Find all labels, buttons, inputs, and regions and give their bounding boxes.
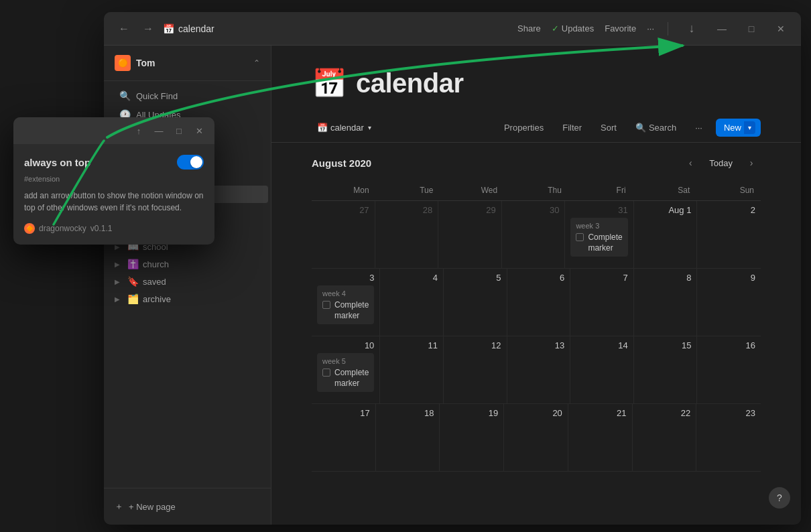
ext-description: add an arrow/button to show the notion w… bbox=[24, 190, 204, 214]
ext-maximize-button[interactable]: □ bbox=[170, 122, 188, 139]
week4-marker: marker bbox=[322, 311, 369, 320]
breadcrumb-icon: 📅 bbox=[163, 23, 174, 34]
calendar-week-1: 27 28 29 30 31 week 3 bbox=[312, 201, 761, 269]
task-checkbox[interactable] bbox=[322, 369, 330, 377]
cal-cell-aug8[interactable]: 8 bbox=[634, 269, 698, 336]
filter-button[interactable]: Filter bbox=[557, 120, 587, 135]
sidebar-item-church[interactable]: ▶ ✝️ church bbox=[107, 255, 268, 273]
cal-cell-aug20[interactable]: 20 bbox=[504, 404, 568, 471]
week3-task: Complete bbox=[576, 232, 622, 242]
calendar-nav: August 2020 ‹ Today › bbox=[312, 143, 761, 180]
forward-button[interactable]: → bbox=[139, 19, 158, 38]
cal-cell-aug18[interactable]: 18 bbox=[376, 404, 440, 471]
close-button[interactable]: ✕ bbox=[771, 19, 790, 38]
cal-cell-aug23[interactable]: 23 bbox=[696, 404, 761, 471]
cal-cell-aug16[interactable]: 16 bbox=[697, 336, 761, 403]
new-button[interactable]: New ▾ bbox=[716, 119, 761, 137]
cal-cell-aug1[interactable]: Aug 1 bbox=[634, 201, 698, 268]
cal-cell-aug15[interactable]: 15 bbox=[634, 336, 698, 403]
plus-icon: ＋ bbox=[115, 501, 123, 513]
minimize-button[interactable]: — bbox=[712, 19, 731, 38]
calendar-month-label: August 2020 bbox=[312, 157, 371, 169]
calendar-week-2: 3 week 4 Complete marker 4 bbox=[312, 269, 761, 336]
sidebar-item-archive[interactable]: ▶ 🗂️ archive bbox=[107, 290, 268, 308]
page-title-row: 📅 calendar bbox=[312, 67, 761, 100]
search-button[interactable]: 🔍 Search bbox=[630, 120, 682, 135]
new-page-button[interactable]: ＋ + New page bbox=[115, 496, 260, 517]
day-header-thu: Thu bbox=[504, 180, 568, 200]
cal-cell-jul30[interactable]: 30 bbox=[502, 201, 566, 268]
toggle-knob bbox=[190, 156, 202, 168]
calendar-grid: Mon Tue Wed Thu Fri Sat Sun bbox=[312, 180, 761, 201]
page-content: 📅 calendar 📅 calendar ▾ Properties Filte… bbox=[271, 46, 801, 525]
back-button[interactable]: ← bbox=[115, 19, 133, 38]
cal-cell-aug12[interactable]: 12 bbox=[444, 336, 507, 403]
prev-month-button[interactable]: ‹ bbox=[681, 153, 700, 172]
ext-close-button[interactable]: ✕ bbox=[190, 122, 208, 139]
day-header-mon: Mon bbox=[312, 180, 376, 200]
view-selector[interactable]: 📅 calendar ▾ bbox=[312, 120, 377, 135]
cal-cell-aug6[interactable]: 6 bbox=[507, 269, 571, 336]
title-bar-nav: ← → 📅 calendar bbox=[115, 19, 517, 38]
download-button[interactable]: ↓ bbox=[682, 19, 702, 39]
cal-cell-aug3[interactable]: 3 week 4 Complete marker bbox=[312, 269, 380, 336]
sidebar-item-quick-find[interactable]: 🔍 Quick Find bbox=[108, 86, 267, 105]
new-btn-chevron-icon[interactable]: ▾ bbox=[744, 121, 755, 134]
cal-cell-aug4[interactable]: 4 bbox=[380, 269, 444, 336]
author-version: v0.1.1 bbox=[90, 224, 113, 233]
cal-cell-jul27[interactable]: 27 bbox=[312, 201, 375, 268]
calendar-week-3: 10 week 5 Complete marker 11 bbox=[312, 336, 761, 404]
workspace-chevron-icon: ⌃ bbox=[253, 58, 260, 68]
ext-author: 🔶 dragonwocky v0.1.1 bbox=[24, 223, 204, 234]
always-on-top-toggle[interactable] bbox=[177, 155, 204, 170]
cal-cell-aug13[interactable]: 13 bbox=[507, 336, 571, 403]
calendar-nav-buttons: ‹ Today › bbox=[681, 153, 761, 172]
cal-cell-jul31[interactable]: 31 week 3 Complete marker bbox=[565, 201, 633, 268]
sidebar-header[interactable]: 🟠 Tom ⌃ bbox=[104, 46, 271, 81]
cal-cell-aug11[interactable]: 11 bbox=[380, 336, 444, 403]
search-icon: 🔍 bbox=[119, 90, 131, 101]
share-button[interactable]: Share bbox=[517, 23, 541, 34]
updates-button[interactable]: Updates bbox=[552, 23, 594, 34]
cal-cell-aug17[interactable]: 17 bbox=[312, 404, 376, 471]
day-header-tue: Tue bbox=[376, 180, 440, 200]
search-icon: 🔍 bbox=[635, 123, 646, 133]
cal-cell-aug22[interactable]: 22 bbox=[633, 404, 697, 471]
properties-button[interactable]: Properties bbox=[499, 120, 549, 135]
week5-task: Complete bbox=[322, 368, 369, 377]
help-button[interactable]: ? bbox=[769, 487, 790, 509]
author-icon: 🔶 bbox=[24, 223, 35, 234]
ext-titlebar: ↑ — □ ✕ bbox=[13, 117, 214, 144]
ext-minimize-button[interactable]: — bbox=[150, 122, 168, 139]
sort-button[interactable]: Sort bbox=[595, 120, 622, 135]
next-month-button[interactable]: › bbox=[742, 153, 761, 172]
week5-event: week 5 Complete marker bbox=[317, 353, 374, 392]
view-icon: 📅 bbox=[317, 123, 328, 133]
cal-cell-jul29[interactable]: 29 bbox=[438, 201, 502, 268]
today-button[interactable]: Today bbox=[702, 155, 739, 171]
collapse-icon: ▶ bbox=[115, 261, 123, 268]
cal-cell-aug5[interactable]: 5 bbox=[444, 269, 507, 336]
favorite-button[interactable]: Favorite bbox=[605, 23, 636, 34]
task-checkbox[interactable] bbox=[576, 233, 584, 241]
ext-up-button[interactable]: ↑ bbox=[130, 122, 147, 139]
sidebar-item-saved[interactable]: ▶ 🔖 saved bbox=[107, 273, 268, 290]
day-header-wed: Wed bbox=[440, 180, 504, 200]
title-bar: ← → 📅 calendar Share Updates Favorite ··… bbox=[104, 12, 801, 46]
task-checkbox[interactable] bbox=[322, 301, 330, 309]
more-options-button[interactable]: ··· bbox=[690, 120, 708, 135]
cal-cell-aug14[interactable]: 14 bbox=[570, 336, 634, 403]
cal-cell-aug9[interactable]: 9 bbox=[697, 269, 761, 336]
more-actions-button[interactable]: ··· bbox=[647, 23, 654, 34]
cal-cell-jul28[interactable]: 28 bbox=[375, 201, 439, 268]
cal-cell-aug10[interactable]: 10 week 5 Complete marker bbox=[312, 336, 380, 403]
cal-cell-aug2[interactable]: 2 bbox=[697, 201, 761, 268]
week4-task: Complete bbox=[322, 300, 369, 310]
cal-cell-aug21[interactable]: 21 bbox=[568, 404, 633, 471]
week5-marker: marker bbox=[322, 379, 369, 388]
collapse-icon: ▶ bbox=[115, 278, 123, 285]
author-name: dragonwocky bbox=[39, 224, 86, 233]
cal-cell-aug19[interactable]: 19 bbox=[440, 404, 504, 471]
cal-cell-aug7[interactable]: 7 bbox=[570, 269, 634, 336]
maximize-button[interactable]: □ bbox=[742, 19, 761, 38]
